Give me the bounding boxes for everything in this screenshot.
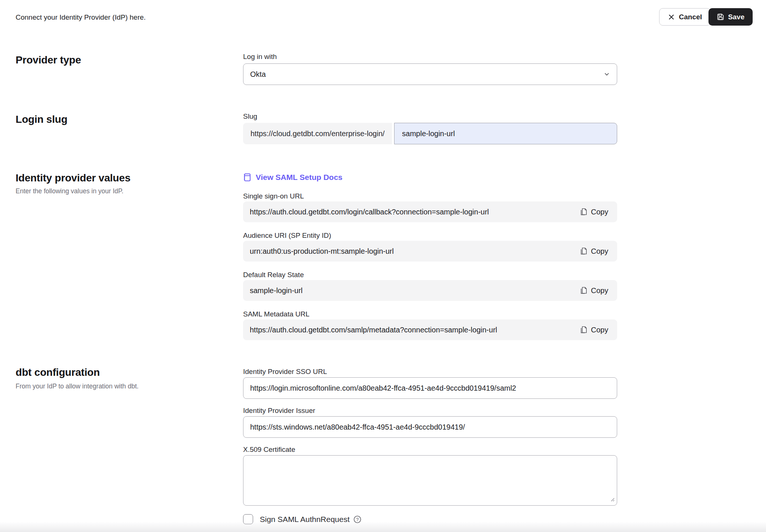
section-sub-idp-values: Enter the following values in your IdP. bbox=[16, 187, 124, 195]
copy-button-label: Copy bbox=[591, 208, 608, 216]
chevron-down-icon bbox=[603, 71, 610, 78]
header-actions: Cancel Save bbox=[659, 8, 753, 26]
saml-metadata-label: SAML Metadata URL bbox=[243, 310, 617, 318]
audience-uri-label: Audience URI (SP Entity ID) bbox=[243, 231, 617, 240]
login-with-label: Log in with bbox=[243, 53, 617, 61]
view-saml-docs-link[interactable]: View SAML Setup Docs bbox=[243, 173, 343, 182]
certificate-field-wrap bbox=[243, 455, 617, 506]
saml-docs-link-row: View SAML Setup Docs bbox=[243, 173, 617, 183]
copy-icon bbox=[580, 326, 587, 334]
provider-select-value: Okta bbox=[250, 70, 266, 79]
relay-state-label: Default Relay State bbox=[243, 271, 617, 279]
audience-uri-row: urn:auth0:us-production-mt:sample-login-… bbox=[243, 241, 617, 262]
section-heading-idp-values: Identity provider values bbox=[16, 172, 131, 184]
copy-button-label: Copy bbox=[591, 326, 608, 334]
docs-book-icon bbox=[243, 173, 251, 182]
idp-sso-url-label: Identity Provider SSO URL bbox=[243, 368, 617, 376]
relay-state-row: sample-login-url Copy bbox=[243, 280, 617, 301]
slug-input[interactable] bbox=[394, 123, 617, 144]
idp-sso-url-input[interactable] bbox=[243, 377, 617, 399]
sso-url-label: Single sign-on URL bbox=[243, 192, 617, 200]
audience-uri-value: urn:auth0:us-production-mt:sample-login-… bbox=[250, 247, 394, 256]
section-heading-dbt-config: dbt configuration bbox=[16, 367, 100, 378]
section-heading-login-slug: Login slug bbox=[16, 114, 68, 125]
slug-label: Slug bbox=[243, 112, 617, 121]
saml-metadata-row: https://auth.cloud.getdbt.com/samlp/meta… bbox=[243, 319, 617, 340]
copy-button-audience-uri[interactable]: Copy bbox=[580, 247, 608, 256]
copy-icon bbox=[580, 286, 587, 295]
copy-button-label: Copy bbox=[591, 286, 608, 295]
cancel-button[interactable]: Cancel bbox=[659, 8, 710, 26]
copy-icon bbox=[580, 247, 587, 256]
save-disk-icon bbox=[717, 13, 724, 21]
bottom-scroll-fade bbox=[0, 522, 766, 532]
certificate-label: X.509 Certificate bbox=[243, 446, 617, 454]
copy-button-label: Copy bbox=[591, 247, 608, 256]
copy-button-saml-metadata[interactable]: Copy bbox=[580, 326, 608, 334]
idp-settings-page: Connect your Identity Provider (IdP) her… bbox=[0, 0, 766, 532]
saml-metadata-value: https://auth.cloud.getdbt.com/samlp/meta… bbox=[250, 326, 497, 334]
copy-icon bbox=[580, 208, 587, 216]
save-button-label: Save bbox=[728, 13, 744, 21]
idp-issuer-label: Identity Provider Issuer bbox=[243, 407, 617, 415]
svg-text:?: ? bbox=[356, 517, 359, 522]
provider-select[interactable]: Okta bbox=[243, 63, 617, 85]
section-heading-provider-type: Provider type bbox=[16, 54, 81, 66]
sso-url-row: https://auth.cloud.getdbt.com/login/call… bbox=[243, 201, 617, 222]
certificate-textarea[interactable] bbox=[243, 455, 617, 506]
idp-issuer-input[interactable] bbox=[243, 416, 617, 438]
page-description: Connect your Identity Provider (IdP) her… bbox=[16, 13, 146, 22]
copy-button-relay-state[interactable]: Copy bbox=[580, 286, 608, 295]
save-button[interactable]: Save bbox=[708, 8, 753, 26]
section-sub-dbt-config: From your IdP to allow integration with … bbox=[16, 382, 138, 390]
cancel-button-label: Cancel bbox=[679, 13, 702, 21]
view-saml-docs-label: View SAML Setup Docs bbox=[256, 173, 343, 182]
close-icon bbox=[668, 13, 675, 21]
copy-button-sso-url[interactable]: Copy bbox=[580, 208, 608, 216]
sso-url-value: https://auth.cloud.getdbt.com/login/call… bbox=[250, 208, 489, 216]
slug-url-prefix: https://cloud.getdbt.com/enterprise-logi… bbox=[243, 123, 392, 144]
relay-state-value: sample-login-url bbox=[250, 286, 302, 295]
slug-field: https://cloud.getdbt.com/enterprise-logi… bbox=[243, 123, 617, 144]
